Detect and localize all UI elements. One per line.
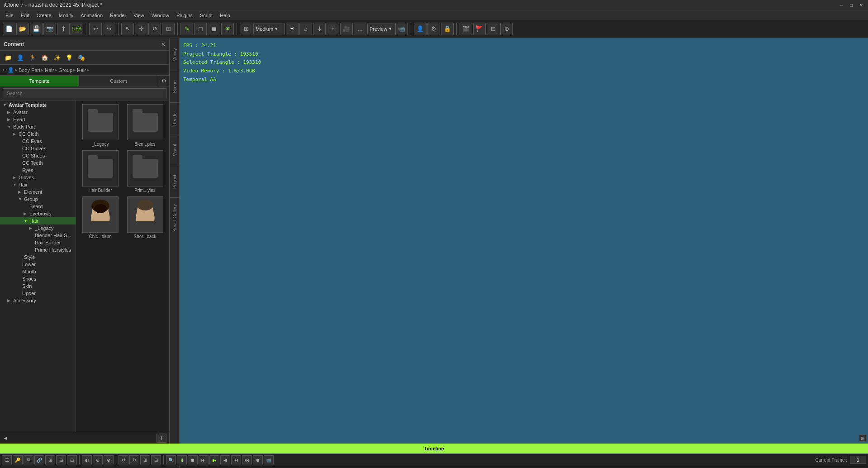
tl-btn-5[interactable]: ⊞ bbox=[45, 455, 55, 464]
plus-btn[interactable]: + bbox=[327, 23, 339, 35]
tab-settings-btn[interactable]: ⚙ bbox=[158, 76, 169, 86]
tl-btn-cam3[interactable]: 📹 bbox=[264, 455, 274, 464]
tab-visual[interactable]: Visual bbox=[170, 134, 180, 166]
tl-btn-pause[interactable]: ⏸ bbox=[177, 455, 187, 464]
person-btn[interactable]: 👤 bbox=[414, 23, 427, 35]
asset-item-hairbuilder[interactable]: Hair Builder bbox=[80, 150, 121, 193]
breadcrumb-item-hair1[interactable]: Hair bbox=[45, 67, 54, 73]
tl-btn-key[interactable]: 🔑 bbox=[13, 455, 23, 464]
cam2-btn[interactable]: 📹 bbox=[395, 23, 408, 35]
menu-file[interactable]: File bbox=[2, 12, 17, 19]
breadcrumb-item-bodypart[interactable]: Body Part bbox=[19, 67, 40, 73]
tree-item-style[interactable]: Style bbox=[0, 253, 76, 261]
tree-item-shoes[interactable]: Shoes bbox=[0, 275, 76, 282]
asset-item-shorback[interactable]: Shor...back bbox=[124, 196, 166, 239]
table-btn[interactable]: ⊟ bbox=[487, 23, 499, 35]
tl-btn-13[interactable]: ⊞ bbox=[140, 455, 150, 464]
tree-item-beard[interactable]: Beard bbox=[0, 203, 76, 210]
cam-btn[interactable]: 🎥 bbox=[340, 23, 353, 35]
tl-btn-link[interactable]: 🔗 bbox=[34, 455, 44, 464]
tl-btn-rec[interactable]: ⏺ bbox=[253, 455, 263, 464]
content-icon-person[interactable]: 👤 bbox=[15, 52, 26, 63]
content-icon-motion[interactable]: 🏃 bbox=[27, 52, 38, 63]
tab-modify[interactable]: Modify bbox=[170, 39, 180, 71]
tl-btn-8[interactable]: ◐ bbox=[82, 455, 92, 464]
breadcrumb-item-hair2[interactable]: Hair bbox=[77, 67, 86, 73]
paint-btn[interactable]: ✎ bbox=[180, 23, 193, 35]
current-frame-input[interactable] bbox=[850, 456, 866, 464]
scroll-left-btn[interactable]: ◄ bbox=[3, 435, 8, 441]
tree-item-eyebrows[interactable]: ▶ Eyebrows bbox=[0, 210, 76, 217]
tl-btn-12[interactable]: ↻ bbox=[129, 455, 139, 464]
tree-item-avatar-template[interactable]: ▼ Avatar Template bbox=[0, 101, 76, 109]
tree-item-element[interactable]: ▶ Element bbox=[0, 188, 76, 196]
menu-create[interactable]: Create bbox=[33, 12, 55, 19]
menu-render[interactable]: Render bbox=[106, 12, 130, 19]
tab-smart-gallery[interactable]: Smart Gallery bbox=[170, 197, 180, 238]
content-close-btn[interactable]: ✕ bbox=[161, 41, 166, 48]
anim-btn[interactable]: 🎬 bbox=[460, 23, 472, 35]
tree-item-bodypart[interactable]: ▼ Body Part bbox=[0, 123, 76, 130]
content-icon-particle[interactable]: ✨ bbox=[52, 52, 62, 63]
redo-btn[interactable]: ↪ bbox=[103, 23, 115, 35]
tree-item-lower[interactable]: Lower bbox=[0, 261, 76, 268]
move-btn[interactable]: ✛ bbox=[135, 23, 147, 35]
tl-btn-9[interactable]: ⊕ bbox=[93, 455, 103, 464]
content-icon-scene[interactable]: 🏠 bbox=[39, 52, 50, 63]
tree-item-gloves[interactable]: ▶ Gloves bbox=[0, 174, 76, 181]
minimize-btn[interactable]: ─ bbox=[838, 2, 844, 8]
tl-btn-copy[interactable]: ⧉ bbox=[24, 455, 33, 464]
lock-btn[interactable]: 🔒 bbox=[441, 23, 454, 35]
tree-item-blender-hair[interactable]: Blender Hair S... bbox=[0, 232, 76, 239]
close-btn[interactable]: ✕ bbox=[858, 2, 864, 8]
tree-item-accessory[interactable]: ▶ Accessory bbox=[0, 297, 76, 304]
menu-script[interactable]: Script bbox=[196, 12, 216, 19]
dots1-btn[interactable]: … bbox=[354, 23, 366, 35]
tl-btn-14[interactable]: ⊟ bbox=[151, 455, 161, 464]
tl-btn-ff[interactable]: ⏭ bbox=[242, 455, 252, 464]
tree-item-upper[interactable]: Upper bbox=[0, 290, 76, 297]
tl-btn-prev[interactable]: ◀ bbox=[220, 455, 230, 464]
frame-btn[interactable]: ⊞ bbox=[240, 23, 252, 35]
maximize-btn[interactable]: □ bbox=[848, 2, 854, 8]
crosshair-btn[interactable]: ⊕ bbox=[500, 23, 513, 35]
tl-btn-11[interactable]: ↺ bbox=[119, 455, 128, 464]
tree-item-eyes[interactable]: Eyes bbox=[0, 167, 76, 174]
tree-item-skin[interactable]: Skin bbox=[0, 282, 76, 290]
breadcrumb-item-group[interactable]: Group bbox=[58, 67, 72, 73]
settings-btn2[interactable]: ⚙ bbox=[427, 23, 440, 35]
new-file-btn[interactable]: 📄 bbox=[3, 23, 15, 35]
tl-btn-10[interactable]: ⊗ bbox=[104, 455, 114, 464]
tree-item-cc-shoes[interactable]: CC Shoes bbox=[0, 152, 76, 159]
menu-help[interactable]: Help bbox=[216, 12, 234, 19]
tl-btn-zoom-out[interactable]: 🔍 bbox=[166, 455, 176, 464]
tree-item-head[interactable]: ▶ Head bbox=[0, 116, 76, 123]
export-btn[interactable]: ⬆ bbox=[57, 23, 70, 35]
tree-item-avatar[interactable]: ▶ Avatar bbox=[0, 109, 76, 116]
sun-btn[interactable]: ☀ bbox=[286, 23, 299, 35]
tree-item-hair-group[interactable]: ▼ Hair bbox=[0, 181, 76, 188]
tl-btn-play[interactable]: ▶ bbox=[209, 455, 219, 464]
breadcrumb-back[interactable]: ↩ bbox=[3, 67, 7, 73]
viewport-corner-btn[interactable]: ⊞ bbox=[859, 435, 866, 442]
tree-item-prime-hairstyles[interactable]: Prime Hairstyles bbox=[0, 246, 76, 253]
scale-btn[interactable]: ⊡ bbox=[162, 23, 175, 35]
tab-project[interactable]: Project bbox=[170, 166, 180, 197]
tl-btn-rr[interactable]: ⏮ bbox=[231, 455, 241, 464]
import-btn[interactable]: USB bbox=[71, 23, 83, 35]
tl-btn-7[interactable]: ⊡ bbox=[67, 455, 77, 464]
tl-btn-stop[interactable]: ⏹ bbox=[188, 455, 198, 464]
undo-btn[interactable]: ↩ bbox=[89, 23, 102, 35]
eraser-btn[interactable]: ◻ bbox=[194, 23, 207, 35]
content-icon-fx[interactable]: 🎭 bbox=[76, 52, 87, 63]
asset-item-chicdium[interactable]: Chic...dium bbox=[80, 196, 121, 239]
eye-btn[interactable]: 👁 bbox=[221, 23, 234, 35]
search-input[interactable] bbox=[3, 88, 166, 98]
tree-item-legacy[interactable]: ▶ _Legacy bbox=[0, 224, 76, 232]
menu-plugins[interactable]: Plugins bbox=[173, 12, 196, 19]
content-icon-folder[interactable]: 📁 bbox=[3, 52, 14, 63]
tree-item-cc-eyes[interactable]: CC Eyes bbox=[0, 138, 76, 145]
flag-btn[interactable]: 🚩 bbox=[473, 23, 486, 35]
tab-scene[interactable]: Scene bbox=[170, 71, 180, 102]
content-icon-light[interactable]: 💡 bbox=[64, 52, 75, 63]
